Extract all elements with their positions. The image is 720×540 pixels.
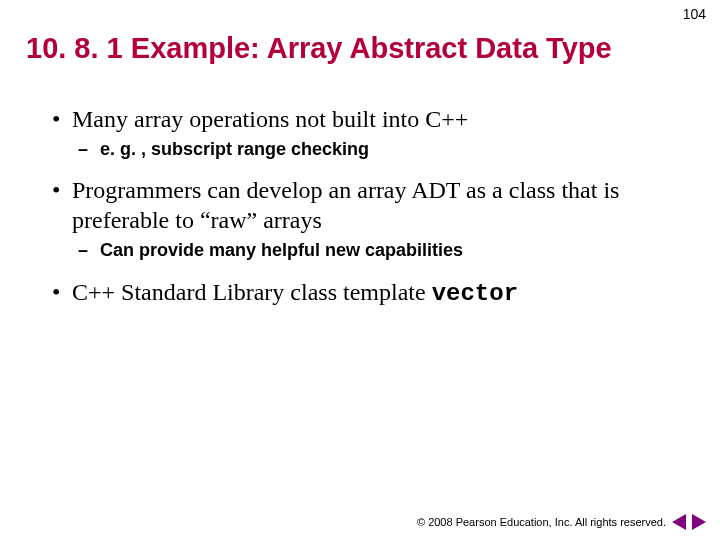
bullet-2-sub-text: Can provide many helpful new capabilitie… <box>100 240 463 260</box>
bullet-1-sub: – e. g. , subscript range checking <box>100 138 680 161</box>
bullet-dash-icon: – <box>78 239 88 262</box>
page-number: 104 <box>683 6 706 22</box>
bullet-dot-icon: • <box>52 104 60 134</box>
footer: © 2008 Pearson Education, Inc. All right… <box>417 514 706 530</box>
bullet-dash-icon: – <box>78 138 88 161</box>
bullet-dot-icon: • <box>52 277 60 307</box>
bullet-2-text: Programmers can develop an array ADT as … <box>72 177 619 233</box>
bullet-2: • Programmers can develop an array ADT a… <box>72 175 680 235</box>
bullet-3-code: vector <box>432 280 518 307</box>
next-arrow-icon[interactable] <box>692 514 706 530</box>
bullet-3-prefix: C++ Standard Library class template <box>72 279 432 305</box>
slide-title: 10. 8. 1 Example: Array Abstract Data Ty… <box>26 32 694 65</box>
bullet-3: • C++ Standard Library class template ve… <box>72 277 680 309</box>
copyright-text: © 2008 Pearson Education, Inc. All right… <box>417 516 666 528</box>
bullet-1-sub-text: e. g. , subscript range checking <box>100 139 369 159</box>
bullet-1-text: Many array operations not built into C++ <box>72 106 468 132</box>
bullet-dot-icon: • <box>52 175 60 205</box>
slide-content: • Many array operations not built into C… <box>72 104 680 313</box>
bullet-1: • Many array operations not built into C… <box>72 104 680 134</box>
prev-arrow-icon[interactable] <box>672 514 686 530</box>
bullet-2-sub: – Can provide many helpful new capabilit… <box>100 239 680 262</box>
